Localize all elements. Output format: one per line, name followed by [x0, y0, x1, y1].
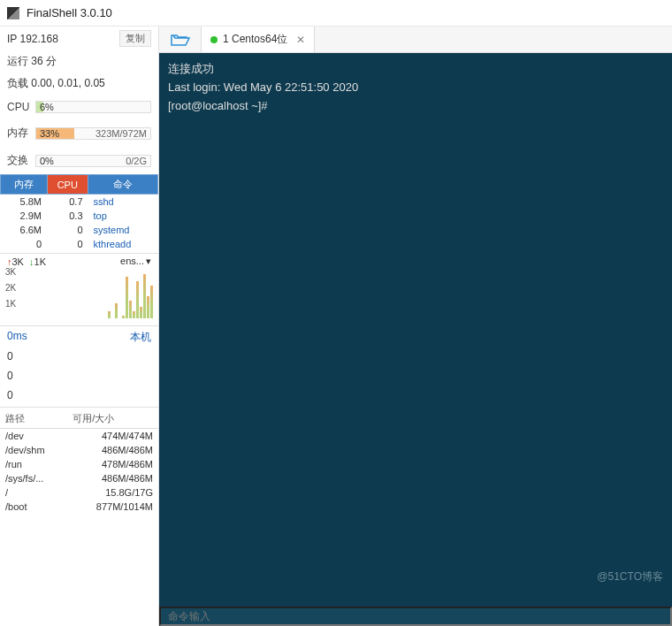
cpu-row: CPU 6% [0, 97, 158, 117]
swap-bar: 0%0/2G [35, 155, 151, 167]
col-cmd[interactable]: 命令 [88, 175, 158, 195]
uptime-text: 运行 36 分 [0, 50, 158, 73]
cpu-label: CPU [7, 101, 35, 113]
process-table[interactable]: 内存 CPU 命令 5.8M0.7sshd 2.9M0.3top 6.6M0sy… [0, 174, 158, 251]
table-row: 6.6M0systemd [1, 223, 158, 237]
table-row: /dev474M/474M [0, 429, 158, 444]
ping-loc[interactable]: 本机 [130, 330, 151, 345]
ip-value: 192.168 [19, 33, 57, 45]
content-area: 1 Centos64位 ✕ 连接成功 Last login: Wed May 6… [159, 27, 672, 626]
close-tab-icon[interactable]: ✕ [296, 34, 305, 46]
cpu-bar: 6% [35, 101, 151, 113]
col-mem[interactable]: 内存 [1, 175, 48, 195]
sidebar: IP 192.168 复制 运行 36 分 负载 0.00, 0.01, 0.0… [0, 27, 159, 626]
table-row: /boot877M/1014M [0, 500, 158, 514]
status-dot-icon [210, 36, 218, 43]
mem-label: 内存 [7, 126, 35, 141]
term-line: 连接成功 [168, 60, 663, 79]
mem-row: 内存 33%323M/972M [0, 122, 158, 144]
col-path[interactable]: 路径 [0, 409, 67, 429]
term-prompt: [root@localhost ~]# [168, 97, 663, 116]
app-logo-icon [7, 7, 19, 19]
swap-row: 交换 0%0/2G [0, 149, 158, 172]
tab-session[interactable]: 1 Centos64位 ✕ [202, 27, 315, 52]
iface-select[interactable]: ens...▾ [120, 256, 151, 267]
term-line: Last login: Wed May 6 22:51:50 2020 [168, 79, 663, 97]
table-row: 00kthreadd [1, 237, 158, 251]
disk-table[interactable]: 路径可用/大小 /dev474M/474M /dev/shm486M/486M … [0, 409, 158, 514]
app-title: FinalShell 3.0.10 [27, 6, 112, 19]
table-row: 2.9M0.3top [1, 209, 158, 223]
table-row: /15.8G/17G [0, 485, 158, 500]
tab-label: 1 Centos64位 [223, 32, 287, 47]
mem-bar: 33%323M/972M [35, 127, 151, 140]
titlebar: FinalShell 3.0.10 [0, 0, 672, 27]
col-cpu[interactable]: CPU [47, 175, 88, 195]
ping-ms: 0ms [7, 330, 27, 345]
folder-button[interactable] [159, 27, 202, 52]
col-size[interactable]: 可用/大小 [67, 409, 158, 429]
ip-label: IP 192.168 [7, 33, 58, 45]
folder-open-icon [171, 33, 190, 47]
table-row: /dev/shm486M/486M [0, 443, 158, 457]
swap-label: 交换 [7, 153, 35, 168]
watermark: @51CTO博客 [597, 569, 663, 585]
table-row: /run478M/486M [0, 457, 158, 471]
command-input[interactable] [159, 607, 672, 626]
load-text: 负载 0.00, 0.01, 0.05 [0, 73, 158, 95]
ping-row: 0ms 本机 [0, 328, 158, 347]
copy-ip-button[interactable]: 复制 [119, 30, 151, 47]
chevron-down-icon: ▾ [146, 256, 151, 266]
table-row: 5.8M0.7sshd [1, 195, 158, 210]
network-row: ↑3K ↓1K ens...▾ [0, 256, 158, 267]
tab-bar: 1 Centos64位 ✕ [159, 27, 672, 53]
terminal[interactable]: 连接成功 Last login: Wed May 6 22:51:50 2020… [159, 53, 672, 607]
table-row: /sys/fs/...486M/486M [0, 471, 158, 485]
network-chart: 3K 2K 1K [5, 267, 153, 318]
